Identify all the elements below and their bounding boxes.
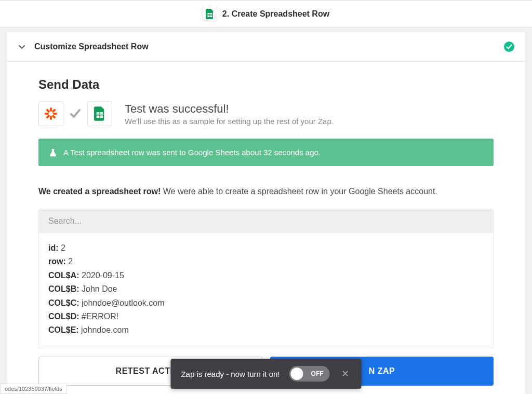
result-field-row: row: 2 xyxy=(48,255,484,268)
test-success-subtitle: We'll use this as a sample for setting u… xyxy=(125,117,334,126)
send-data-heading: Send Data xyxy=(38,77,494,92)
svg-rect-5 xyxy=(50,107,52,112)
field-value: #ERROR! xyxy=(79,312,119,321)
toast-text: Zap is ready - now turn it on! xyxy=(181,370,280,378)
test-text-block: Test was successful! We'll use this as a… xyxy=(125,102,334,126)
toggle-knob xyxy=(291,368,303,380)
svg-rect-11 xyxy=(46,108,50,113)
field-key: COL$D: xyxy=(48,312,79,321)
field-value: 2 xyxy=(66,257,73,266)
google-sheets-icon xyxy=(206,9,214,19)
sheets-icon-box xyxy=(87,101,112,126)
zapier-icon xyxy=(44,106,58,121)
content-area: Send Data xyxy=(7,62,525,394)
svg-rect-8 xyxy=(53,113,57,115)
top-bar-title: 2. Create Spreadsheet Row xyxy=(222,9,329,19)
created-text: We created a spreadsheet row! We were ab… xyxy=(38,187,494,196)
result-box: id: 2row: 2COL$A: 2020-09-15COL$B: John … xyxy=(38,209,494,348)
field-key: id: xyxy=(48,243,59,252)
chevron-down-icon xyxy=(18,43,26,51)
svg-rect-12 xyxy=(51,114,56,118)
created-rest: We were able to create a spreadsheet row… xyxy=(161,187,437,196)
top-bar: 2. Create Spreadsheet Row xyxy=(0,0,532,28)
result-field-row: COL$A: 2020-09-15 xyxy=(48,269,484,282)
zapier-icon-box xyxy=(38,101,63,126)
result-field-row: COL$C: johndoe@outlook.com xyxy=(48,296,484,310)
svg-rect-6 xyxy=(50,116,52,120)
field-value: 2 xyxy=(59,243,65,252)
field-key: COL$A: xyxy=(48,271,79,280)
svg-rect-9 xyxy=(51,108,56,113)
field-value: John Doe xyxy=(79,284,117,293)
test-success-title: Test was successful! xyxy=(125,102,334,116)
checkmark-icon xyxy=(70,108,81,119)
banner-text: A Test spreadsheet row was sent to Googl… xyxy=(63,148,321,157)
browser-status-hint: odes/102359037/fields xyxy=(0,384,67,394)
test-result-row: Test was successful! We'll use this as a… xyxy=(38,101,494,126)
svg-rect-10 xyxy=(46,114,50,118)
success-banner: A Test spreadsheet row was sent to Googl… xyxy=(38,139,494,166)
result-field-row: COL$E: johndoe.com xyxy=(48,323,484,337)
success-check-icon xyxy=(504,42,514,52)
section-header[interactable]: Customize Spreadsheet Row xyxy=(7,32,525,62)
close-icon[interactable]: ✕ xyxy=(339,368,351,379)
app-icon-box xyxy=(203,7,217,21)
field-value: johndoe@outlook.com xyxy=(79,298,165,307)
created-bold: We created a spreadsheet row! xyxy=(38,187,161,196)
field-key: COL$E: xyxy=(48,325,79,334)
section-title: Customize Spreadsheet Row xyxy=(34,42,504,51)
result-fields: id: 2row: 2COL$A: 2020-09-15COL$B: John … xyxy=(39,233,493,348)
svg-rect-7 xyxy=(45,113,49,115)
ready-toast: Zap is ready - now turn it on! OFF ✕ xyxy=(170,359,361,389)
field-key: COL$C: xyxy=(48,298,79,307)
google-sheets-icon xyxy=(94,106,105,121)
beaker-icon xyxy=(49,148,57,157)
result-field-row: COL$B: John Doe xyxy=(48,282,484,296)
toggle-label: OFF xyxy=(311,370,324,377)
field-key: row: xyxy=(48,257,66,266)
result-field-row: COL$D: #ERROR! xyxy=(48,310,484,323)
search-input[interactable] xyxy=(39,209,493,233)
field-value: johndoe.com xyxy=(79,325,129,334)
svg-point-4 xyxy=(504,42,514,52)
field-key: COL$B: xyxy=(48,284,79,293)
on-off-toggle[interactable]: OFF xyxy=(289,366,330,382)
field-value: 2020-09-15 xyxy=(79,271,124,280)
result-field-row: id: 2 xyxy=(48,241,484,255)
main-card: Customize Spreadsheet Row Send Data xyxy=(7,32,525,394)
